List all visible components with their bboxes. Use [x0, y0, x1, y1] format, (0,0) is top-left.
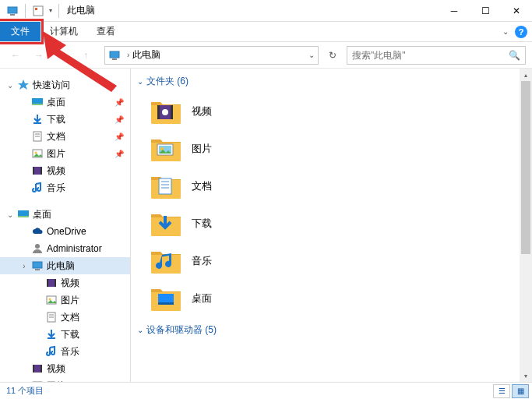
svg-marker-7: [18, 79, 29, 90]
qat-dropdown-icon[interactable]: ▾: [49, 7, 52, 14]
video-folder-icon: [150, 97, 182, 125]
download-icon: [45, 328, 58, 341]
vertical-scrollbar[interactable]: ▴ ▾: [520, 69, 532, 382]
desktop-icon: [31, 96, 44, 108]
svg-rect-3: [35, 8, 37, 10]
pin-icon: 📌: [115, 115, 124, 124]
search-input[interactable]: [352, 50, 520, 61]
breadcrumb[interactable]: › 此电脑 ⌄: [104, 46, 319, 65]
folder-item-download[interactable]: 下载: [131, 205, 532, 242]
sidebar-item-video[interactable]: 视频: [0, 162, 130, 179]
svg-rect-18: [41, 167, 42, 175]
pin-icon: 📌: [115, 98, 124, 107]
svg-rect-44: [171, 105, 173, 119]
scroll-up-icon[interactable]: ▴: [520, 69, 532, 81]
sidebar-item-label: 文档: [47, 130, 65, 143]
sidebar-item-download[interactable]: 下载: [0, 326, 130, 343]
ribbon-collapse-icon[interactable]: ⌄: [502, 27, 509, 36]
sidebar-item-picture[interactable]: 图片📌: [0, 145, 130, 162]
svg-rect-23: [35, 269, 40, 270]
view-large-icons-button[interactable]: ▦: [512, 384, 529, 398]
sidebar-item-cloud[interactable]: OneDrive: [0, 223, 130, 240]
scrollbar-thumb[interactable]: [521, 81, 530, 254]
search-box[interactable]: 🔍: [347, 46, 526, 65]
folder-item-document[interactable]: 文档: [131, 168, 532, 205]
sidebar-item-label: 桌面: [47, 96, 65, 109]
maximize-button[interactable]: ☐: [470, 0, 501, 22]
scrollbar-track[interactable]: [520, 81, 532, 369]
svg-rect-5: [110, 51, 119, 58]
sidebar-item-document[interactable]: 文档📌: [0, 128, 130, 145]
sidebar-item-label: 文档: [61, 311, 79, 324]
music-folder-icon: [150, 247, 182, 275]
video-icon: [45, 277, 58, 289]
folder-item-desktop[interactable]: 桌面: [131, 280, 532, 317]
sidebar-item-music[interactable]: 音乐: [0, 343, 130, 360]
chevron-right-icon[interactable]: ›: [20, 262, 28, 270]
group-header-devices[interactable]: ⌄ 设备和驱动器 (5): [131, 317, 532, 341]
search-icon[interactable]: 🔍: [509, 50, 520, 61]
view-tab[interactable]: 查看: [87, 22, 125, 41]
svg-rect-20: [18, 216, 29, 217]
group-header-label: 设备和驱动器 (5): [146, 323, 217, 337]
folder-item-video[interactable]: 视频: [131, 93, 532, 130]
pc-icon: [31, 260, 44, 272]
sidebar-item-download[interactable]: 下载📌: [0, 111, 130, 128]
sidebar-item-pc[interactable]: ›此电脑: [0, 257, 130, 274]
sidebar-item-label: 下载: [47, 113, 65, 126]
sidebar-item-label: 快速访问: [33, 79, 70, 92]
pc-icon: [108, 49, 121, 62]
pin-icon: 📌: [115, 150, 124, 158]
sidebar-item-video[interactable]: 视频: [0, 274, 130, 291]
recent-dropdown-icon[interactable]: ▾: [53, 46, 72, 65]
sidebar-item-video[interactable]: 视频: [0, 360, 130, 377]
sidebar-item-label: 此电脑: [47, 260, 75, 273]
content-pane[interactable]: ⌄ 文件夹 (6) 视频图片文档下载音乐桌面 ⌄ 设备和驱动器 (5) ▴ ▾: [131, 69, 532, 382]
separator: [58, 4, 59, 18]
close-button[interactable]: ✕: [501, 0, 532, 22]
folder-label: 下载: [192, 217, 212, 231]
folder-label: 图片: [192, 142, 212, 156]
folder-item-music[interactable]: 音乐: [131, 242, 532, 280]
sidebar-item-quickaccess[interactable]: ⌄ 快速访问: [0, 76, 130, 94]
picture-folder-icon: [150, 135, 182, 163]
svg-rect-2: [33, 6, 43, 16]
statusbar: 11 个项目 ☰ ▦: [0, 382, 532, 399]
forward-button[interactable]: →: [30, 46, 48, 65]
folder-label: 文档: [192, 179, 212, 193]
svg-rect-22: [33, 262, 42, 268]
view-details-button[interactable]: ☰: [493, 384, 510, 398]
navigation-pane[interactable]: ⌄ 快速访问 桌面📌下载📌文档📌图片📌视频音乐 ⌄ 桌面 OneDriveAdm…: [0, 69, 131, 382]
chevron-down-icon[interactable]: ⌄: [6, 210, 14, 219]
desktop-icon: [17, 208, 30, 221]
back-button[interactable]: ←: [6, 46, 25, 65]
computer-tab[interactable]: 计算机: [41, 22, 87, 41]
folder-item-picture[interactable]: 图片: [131, 130, 532, 168]
sidebar-item-picture[interactable]: 图片: [0, 291, 130, 309]
file-tab[interactable]: 文件: [0, 22, 41, 41]
sidebar-item-user[interactable]: Administrator: [0, 240, 130, 257]
refresh-button[interactable]: ↻: [323, 46, 342, 65]
breadcrumb-segment[interactable]: 此电脑: [132, 48, 160, 62]
star-icon: [17, 79, 30, 91]
chevron-right-icon[interactable]: ›: [127, 51, 129, 59]
minimize-button[interactable]: ─: [439, 0, 470, 22]
sidebar-item-desktop[interactable]: 桌面📌: [0, 94, 130, 111]
group-header-folders[interactable]: ⌄ 文件夹 (6): [131, 69, 532, 93]
music-icon: [31, 182, 44, 194]
video-icon: [31, 164, 44, 177]
group-header-label: 文件夹 (6): [146, 75, 188, 88]
properties-icon[interactable]: [32, 5, 44, 17]
video-icon: [31, 362, 44, 375]
sidebar-item-document[interactable]: 文档: [0, 309, 130, 326]
sidebar-item-desktop[interactable]: ⌄ 桌面: [0, 206, 130, 223]
scroll-down-icon[interactable]: ▾: [520, 369, 532, 382]
picture-icon: [45, 294, 58, 306]
chevron-down-icon[interactable]: ⌄: [308, 51, 315, 59]
help-icon[interactable]: ?: [515, 26, 527, 38]
chevron-down-icon[interactable]: ⌄: [6, 81, 14, 90]
address-bar: ← → ▾ ↑ › 此电脑 ⌄ ↻ 🔍: [0, 42, 532, 69]
up-button[interactable]: ↑: [76, 46, 95, 65]
quick-access-toolbar: ▾: [0, 4, 61, 18]
sidebar-item-music[interactable]: 音乐: [0, 179, 130, 196]
